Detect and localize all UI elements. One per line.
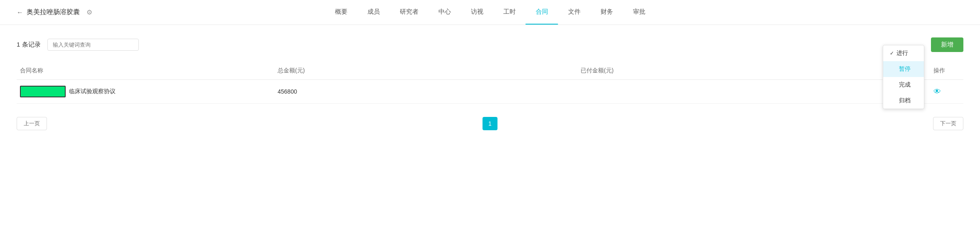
view-icon[interactable]: 👁 xyxy=(933,87,941,96)
dropdown-item-label: 完成 xyxy=(899,81,911,89)
dropdown-item-完成[interactable]: 完成 xyxy=(883,77,924,93)
contracts-table: 合同名称 总金额(元) 已付金额(元) 状态 操作 临床试验观察协议 45680… xyxy=(17,62,963,104)
gear-icon[interactable]: ⚙ xyxy=(86,8,92,16)
table-header: 合同名称 总金额(元) 已付金额(元) 状态 操作 xyxy=(17,62,963,80)
navigation-tabs: 概要成员研究者中心访视工时合同文件财务审批 xyxy=(325,0,655,25)
back-navigation[interactable]: ← 奥美拉唑肠溶胶囊 ⚙ xyxy=(17,8,92,17)
contract-name-cell: 临床试验观察协议 xyxy=(17,86,274,97)
dropdown-item-label: 进行 xyxy=(896,50,908,57)
dropdown-item-进行[interactable]: ✓进行 xyxy=(883,45,924,61)
next-page-button[interactable]: 下一页 xyxy=(933,117,963,130)
col-header-name: 合同名称 xyxy=(17,67,274,74)
pagination: 上一页 1 下一页 xyxy=(17,117,963,130)
nav-tab-成员[interactable]: 成员 xyxy=(357,0,390,25)
nav-tab-合同[interactable]: 合同 xyxy=(526,0,558,25)
col-header-total: 总金额(元) xyxy=(274,67,577,74)
toolbar: 1 条记录 ✓进行暂停完成归档 新增 xyxy=(17,37,963,52)
nav-tab-文件[interactable]: 文件 xyxy=(558,0,591,25)
page-header: ← 奥美拉唑肠溶胶囊 ⚙ 概要成员研究者中心访视工时合同文件财务审批 xyxy=(0,0,980,25)
nav-tab-中心[interactable]: 中心 xyxy=(428,0,461,25)
dropdown-item-label: 归档 xyxy=(899,97,911,104)
action-cell[interactable]: 👁 xyxy=(930,87,963,96)
green-badge xyxy=(20,86,66,97)
prev-page-button[interactable]: 上一页 xyxy=(17,117,47,130)
search-input[interactable] xyxy=(47,39,139,51)
dropdown-menu: ✓进行暂停完成归档 xyxy=(883,45,924,109)
checkmark-icon: ✓ xyxy=(890,50,894,56)
nav-tab-财务[interactable]: 财务 xyxy=(591,0,623,25)
table-row: 临床试验观察协议 456800 进行 👁 xyxy=(17,80,963,104)
new-button[interactable]: 新增 xyxy=(931,37,963,52)
total-amount: 456800 xyxy=(274,88,577,95)
nav-tab-审批[interactable]: 审批 xyxy=(623,0,655,25)
col-header-paid: 已付金额(元) xyxy=(577,67,880,74)
page-number-1[interactable]: 1 xyxy=(483,117,497,130)
project-title: 奥美拉唑肠溶胶囊 xyxy=(27,8,80,17)
nav-tab-概要[interactable]: 概要 xyxy=(325,0,357,25)
back-arrow-icon[interactable]: ← xyxy=(17,9,23,16)
main-content: 1 条记录 ✓进行暂停完成归档 新增 合同名称 总金额(元) 已付金额(元) 状… xyxy=(0,25,980,143)
nav-tab-访视[interactable]: 访视 xyxy=(461,0,493,25)
dropdown-item-暂停[interactable]: 暂停 xyxy=(883,61,924,77)
dropdown-item-归档[interactable]: 归档 xyxy=(883,93,924,109)
toolbar-right: ✓进行暂停完成归档 新增 xyxy=(926,37,963,52)
col-header-action: 操作 xyxy=(930,67,963,74)
dropdown-item-label: 暂停 xyxy=(899,65,911,73)
record-count: 1 条记录 xyxy=(17,41,41,49)
nav-tab-工时[interactable]: 工时 xyxy=(493,0,526,25)
nav-tab-研究者[interactable]: 研究者 xyxy=(390,0,428,25)
contract-name-text: 临床试验观察协议 xyxy=(69,88,116,95)
